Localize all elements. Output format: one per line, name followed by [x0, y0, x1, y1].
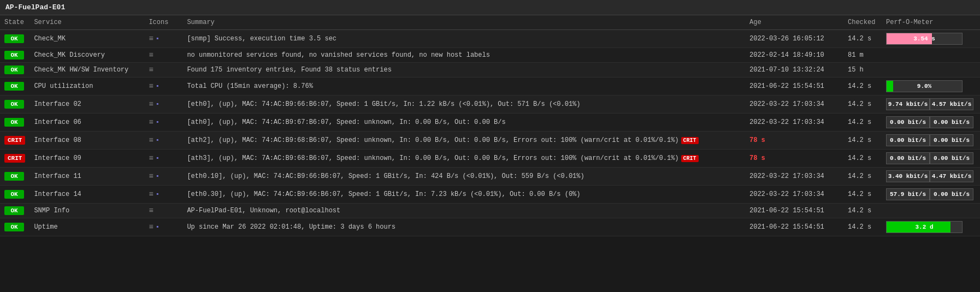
- state-badge[interactable]: CRIT: [4, 154, 25, 163]
- service-name-cell: Interface 06: [29, 114, 144, 132]
- menu-icon[interactable]: ≡: [149, 172, 153, 181]
- summary-cell: Up since Mar 26 2022 02:01:48, Uptime: 3…: [182, 218, 745, 236]
- menu-icon[interactable]: ≡: [149, 82, 153, 91]
- service-name-cell: Interface 08: [29, 132, 144, 150]
- col-header-age: Age: [745, 15, 843, 30]
- menu-icon[interactable]: ≡: [149, 34, 153, 43]
- host-header: AP-FuelPad-E01: [0, 0, 980, 15]
- crit-inline-badge: CRIT: [681, 155, 699, 162]
- service-name-cell: SNMP Info: [29, 204, 144, 218]
- state-badge[interactable]: OK: [4, 100, 24, 109]
- state-cell: OK: [0, 63, 29, 78]
- menu-icon[interactable]: ≡: [149, 223, 153, 231]
- graph-icon[interactable]: ▪: [156, 190, 160, 198]
- table-row: OKCheck_MK Discovery≡no unmonitored serv…: [0, 48, 980, 63]
- perf-cell: 3.54 s: [882, 30, 980, 48]
- state-badge[interactable]: OK: [4, 223, 24, 231]
- host-name: AP-FuelPad-E01: [5, 3, 65, 11]
- table-row: OKInterface 11≡▪[eth0.10], (up), MAC: 74…: [0, 168, 980, 186]
- service-name-cell: Interface 14: [29, 186, 144, 204]
- perf-cell: 0.00 bit/s0.00 bit/s: [882, 150, 980, 168]
- graph-icon[interactable]: ▪: [156, 118, 160, 126]
- perf-bar-wrap: 3.54 s: [886, 33, 963, 45]
- services-table: State Service Icons Summary Age Checked …: [0, 15, 980, 236]
- graph-icon[interactable]: ▪: [156, 35, 160, 43]
- menu-icon[interactable]: ≡: [149, 65, 153, 74]
- state-cell: OK: [0, 114, 29, 132]
- menu-icon[interactable]: ≡: [149, 154, 153, 163]
- state-badge[interactable]: OK: [4, 34, 24, 43]
- state-badge[interactable]: OK: [4, 65, 24, 74]
- icons-cell: ≡▪: [144, 30, 182, 48]
- checked-cell: 14.2 s: [843, 132, 882, 150]
- state-cell: OK: [0, 204, 29, 218]
- age-cell: 2022-03-22 17:03:34: [745, 114, 843, 132]
- menu-icon[interactable]: ≡: [149, 206, 153, 215]
- menu-icon[interactable]: ≡: [149, 190, 153, 199]
- summary-cell: [eth0], (up), MAC: 74:AC:B9:66:B6:07, Sp…: [182, 96, 745, 114]
- perf-split: 9.74 kbit/s4.57 kbit/s: [886, 98, 976, 110]
- icons-cell: ≡▪: [144, 150, 182, 168]
- checked-cell: 81 m: [843, 48, 882, 63]
- perf-out: 0.00 bit/s: [930, 188, 973, 200]
- graph-icon[interactable]: ▪: [156, 136, 160, 144]
- perf-split: 0.00 bit/s0.00 bit/s: [886, 134, 976, 146]
- checked-cell: 14.2 s: [843, 30, 882, 48]
- perf-split: 0.00 bit/s0.00 bit/s: [886, 116, 976, 128]
- state-cell: OK: [0, 96, 29, 114]
- state-cell: OK: [0, 78, 29, 96]
- state-badge[interactable]: OK: [4, 51, 24, 59]
- menu-icon[interactable]: ≡: [149, 118, 153, 127]
- state-badge[interactable]: OK: [4, 172, 24, 181]
- graph-icon[interactable]: ▪: [156, 223, 160, 231]
- checked-cell: 14.2 s: [843, 96, 882, 114]
- graph-icon[interactable]: ▪: [156, 82, 160, 90]
- checked-cell: 15 h: [843, 63, 882, 78]
- state-badge[interactable]: OK: [4, 190, 24, 199]
- state-badge[interactable]: OK: [4, 206, 24, 215]
- summary-cell: Total CPU (15min average): 8.76%: [182, 78, 745, 96]
- age-cell: 78 s: [745, 132, 843, 150]
- graph-icon[interactable]: ▪: [156, 154, 160, 162]
- state-badge[interactable]: CRIT: [4, 136, 25, 145]
- graph-icon[interactable]: ▪: [156, 172, 160, 180]
- perf-label: 9.0%: [887, 83, 962, 90]
- age-cell: 2022-03-22 17:03:34: [745, 186, 843, 204]
- table-row: OKSNMP Info≡AP-FuelPad-E01, Unknown, roo…: [0, 204, 980, 218]
- table-row: CRITInterface 09≡▪[ath3], (up), MAC: 7A:…: [0, 150, 980, 168]
- perf-cell: 9.0%: [882, 78, 980, 96]
- menu-icon[interactable]: ≡: [149, 100, 153, 109]
- col-header-checked: Checked: [843, 15, 882, 30]
- icons-cell: ≡: [144, 63, 182, 78]
- state-cell: CRIT: [0, 132, 29, 150]
- checked-cell: 14.2 s: [843, 218, 882, 236]
- icons-cell: ≡▪: [144, 168, 182, 186]
- perf-cell: 3.40 kbit/s4.47 kbit/s: [882, 168, 980, 186]
- perf-cell: 0.00 bit/s0.00 bit/s: [882, 114, 980, 132]
- state-badge[interactable]: OK: [4, 118, 24, 127]
- summary-cell: [snmp] Success, execution time 3.5 sec: [182, 30, 745, 48]
- col-header-icons: Icons: [144, 15, 182, 30]
- perf-cell: [882, 204, 980, 218]
- perf-out: 0.00 bit/s: [930, 152, 973, 164]
- summary-cell: [ath0], (up), MAC: 74:AC:B9:67:B6:07, Sp…: [182, 114, 745, 132]
- summary-cell: [eth0.30], (up), MAC: 74:AC:B9:66:B6:07,…: [182, 186, 745, 204]
- state-cell: OK: [0, 168, 29, 186]
- checked-cell: 14.2 s: [843, 204, 882, 218]
- perf-in: 0.00 bit/s: [886, 116, 930, 128]
- perf-split: 57.9 bit/s0.00 bit/s: [886, 188, 976, 200]
- table-row: OKCPU utilization≡▪Total CPU (15min aver…: [0, 78, 980, 96]
- table-row: OKCheck_MK HW/SW Inventory≡Found 175 inv…: [0, 63, 980, 78]
- col-header-service: Service: [29, 15, 144, 30]
- menu-icon[interactable]: ≡: [149, 136, 153, 145]
- age-cell: 2022-03-22 17:03:34: [745, 168, 843, 186]
- summary-cell: no unmonitored services found, no vanish…: [182, 48, 745, 63]
- icons-cell: ≡▪: [144, 96, 182, 114]
- menu-icon[interactable]: ≡: [149, 51, 153, 59]
- checked-cell: 14.2 s: [843, 150, 882, 168]
- state-cell: OK: [0, 30, 29, 48]
- crit-inline-badge: CRIT: [681, 137, 699, 144]
- service-name-cell: Interface 09: [29, 150, 144, 168]
- state-badge[interactable]: OK: [4, 82, 24, 91]
- graph-icon[interactable]: ▪: [156, 100, 160, 108]
